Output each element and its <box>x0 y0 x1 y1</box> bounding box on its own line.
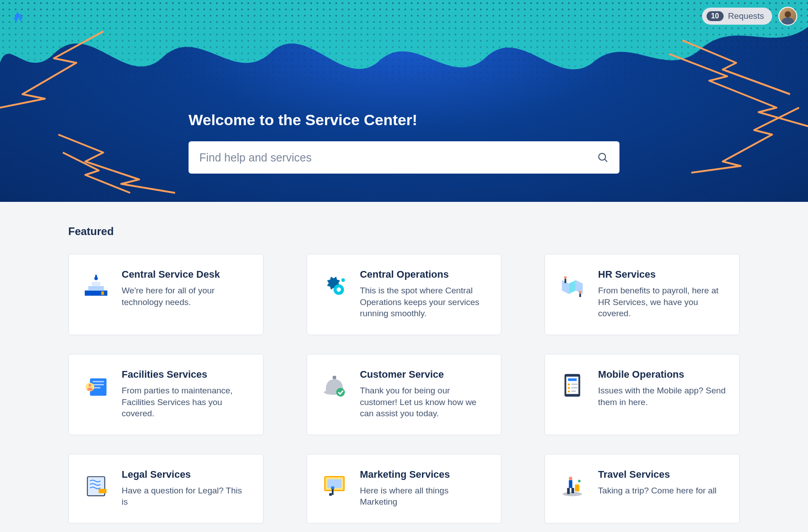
card-customer-service[interactable]: Customer Service Thank you for being our… <box>307 354 502 435</box>
svg-rect-14 <box>580 293 581 297</box>
legal-icon <box>82 471 110 499</box>
featured-heading: Featured <box>68 225 740 238</box>
customer-service-icon <box>321 371 348 399</box>
app-logo[interactable] <box>11 9 25 23</box>
svg-rect-39 <box>329 493 332 496</box>
svg-point-20 <box>89 384 92 387</box>
card-title: Central Service Desk <box>122 269 250 280</box>
svg-rect-42 <box>569 480 573 488</box>
card-central-service-desk[interactable]: Central Service Desk We're here for all … <box>68 254 263 335</box>
card-title: Central Operations <box>360 269 488 280</box>
card-desc: We're here for all of your technology ne… <box>122 285 250 308</box>
topbar: 10 Requests <box>0 0 808 32</box>
marketing-icon <box>321 471 348 499</box>
featured-grid: Central Service Desk We're here for all … <box>68 254 740 523</box>
svg-rect-43 <box>567 488 570 494</box>
card-title: Mobile Operations <box>598 369 726 380</box>
svg-rect-32 <box>571 391 576 392</box>
svg-line-1 <box>605 159 607 162</box>
svg-point-0 <box>599 153 606 160</box>
lightning-bolt-icon <box>687 103 804 175</box>
card-desc: This is the spot where Central Operation… <box>360 285 488 319</box>
svg-rect-28 <box>571 384 578 385</box>
card-marketing-services[interactable]: Marketing Services Here is where all thi… <box>307 454 502 523</box>
svg-rect-22 <box>333 376 336 379</box>
svg-rect-26 <box>568 378 577 381</box>
search-input[interactable] <box>199 151 597 164</box>
svg-rect-6 <box>95 275 97 279</box>
card-mobile-operations[interactable]: Mobile Operations Issues with the Mobile… <box>545 354 740 435</box>
svg-point-11 <box>564 276 567 279</box>
svg-rect-12 <box>565 279 566 283</box>
svg-rect-45 <box>575 484 580 492</box>
svg-rect-3 <box>88 286 104 291</box>
svg-rect-16 <box>92 381 104 382</box>
requests-label: Requests <box>728 11 764 21</box>
search-icon <box>597 152 609 163</box>
hero-banner: 10 Requests Welcome to the Service Cente… <box>0 0 808 202</box>
svg-point-23 <box>336 388 345 397</box>
card-title: HR Services <box>598 269 726 280</box>
card-facilities-services[interactable]: Facilities Services From parties to main… <box>68 354 263 435</box>
card-central-operations[interactable]: Central Operations This is the spot wher… <box>307 254 502 335</box>
card-desc: From parties to maintenance, Facilities … <box>122 385 250 419</box>
svg-rect-34 <box>99 489 106 493</box>
card-desc: Taking a trip? Come here for all <box>598 485 726 497</box>
search-box[interactable] <box>189 141 619 174</box>
requests-count-badge: 10 <box>707 11 724 21</box>
card-title: Travel Services <box>598 469 726 480</box>
card-desc: Issues with the Mobile app? Send them in… <box>598 385 726 408</box>
svg-rect-38 <box>332 489 334 495</box>
travel-icon <box>558 471 586 499</box>
svg-point-9 <box>337 288 341 292</box>
facilities-icon <box>82 371 110 399</box>
svg-point-29 <box>568 387 570 389</box>
svg-point-27 <box>568 384 570 386</box>
card-desc: From benefits to payroll, here at HR Ser… <box>598 285 726 319</box>
lightning-bolt-icon <box>664 36 808 135</box>
svg-rect-44 <box>571 488 574 493</box>
card-desc: Have a question for Legal? This is <box>122 485 250 508</box>
svg-point-10 <box>341 279 345 282</box>
svg-rect-2 <box>85 291 107 296</box>
svg-rect-7 <box>101 292 104 295</box>
svg-point-41 <box>569 476 573 480</box>
requests-button[interactable]: 10 Requests <box>702 8 772 25</box>
svg-point-13 <box>579 291 582 294</box>
lightning-bolt-icon <box>54 126 180 197</box>
svg-rect-30 <box>571 387 578 388</box>
main-content: Featured Central Service Desk We're here… <box>0 202 808 532</box>
svg-point-46 <box>578 480 581 482</box>
card-title: Legal Services <box>122 469 250 480</box>
card-title: Facilities Services <box>122 369 250 380</box>
svg-rect-36 <box>327 479 341 488</box>
card-hr-services[interactable]: HR Services From benefits to payroll, he… <box>545 254 740 335</box>
card-title: Marketing Services <box>360 469 488 480</box>
card-desc: Here is where all things Marketing <box>360 485 488 508</box>
mobile-icon <box>558 371 586 399</box>
svg-point-31 <box>568 390 570 392</box>
svg-rect-17 <box>92 384 104 385</box>
lightning-bolt-icon <box>0 27 108 117</box>
svg-rect-4 <box>92 282 100 286</box>
avatar[interactable] <box>778 7 797 26</box>
card-legal-services[interactable]: Legal Services Have a question for Legal… <box>68 454 263 523</box>
service-desk-icon <box>82 271 110 299</box>
card-title: Customer Service <box>360 369 488 380</box>
card-travel-services[interactable]: Travel Services Taking a trip? Come here… <box>545 454 740 523</box>
page-title: Welcome to the Service Center! <box>189 111 619 129</box>
card-desc: Thank you for being our customer! Let us… <box>360 385 488 419</box>
operations-icon <box>321 271 348 299</box>
hr-icon <box>558 271 586 299</box>
